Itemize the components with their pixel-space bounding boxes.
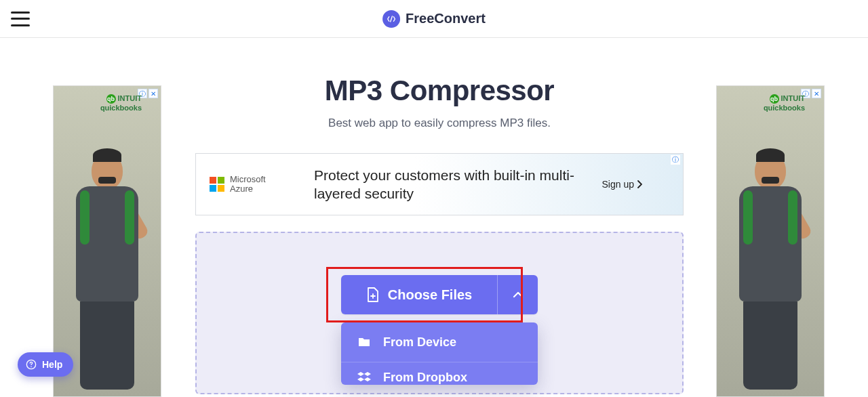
choose-files-group: Choose Files From Device — [341, 275, 538, 385]
ad-message: Protect your customers with built-in mul… — [298, 166, 602, 203]
site-logo[interactable]: FreeConvert — [382, 10, 486, 28]
choose-files-dropdown-toggle[interactable] — [497, 275, 538, 314]
choose-files-button[interactable]: Choose Files — [341, 275, 497, 314]
convert-logo-icon — [382, 10, 400, 28]
page-subtitle: Best web app to easily compress MP3 file… — [190, 117, 689, 130]
help-circle-icon — [26, 359, 37, 370]
ad-illustration — [726, 152, 814, 396]
file-add-icon — [366, 287, 380, 303]
chevron-right-icon — [637, 180, 642, 188]
ad-brand-label: qbINTUIT quickbooks — [100, 94, 142, 112]
chevron-up-icon — [513, 291, 524, 298]
choose-files-dropdown: From Device From Dropbox — [341, 322, 538, 385]
menu-hamburger-icon[interactable] — [11, 12, 30, 26]
dropbox-icon — [357, 371, 371, 383]
inline-banner-ad[interactable]: ⓘ MicrosoftAzure Protect your customers … — [195, 153, 684, 215]
ad-signup-link[interactable]: Sign up — [602, 179, 669, 190]
site-header: FreeConvert — [0, 0, 868, 38]
ad-brand-label: qbINTUIT quickbooks — [764, 94, 805, 112]
brand-bold: Free — [406, 11, 434, 26]
ad-provider-logo: MicrosoftAzure — [210, 175, 298, 194]
microsoft-logo-icon — [210, 177, 224, 192]
page-title: MP3 Compressor — [190, 75, 689, 107]
dropdown-item-from-device[interactable]: From Device — [341, 322, 538, 362]
ad-info-icon[interactable]: ⓘ — [671, 155, 680, 165]
dropdown-item-from-dropbox[interactable]: From Dropbox — [341, 362, 538, 385]
help-button[interactable]: Help — [18, 352, 73, 377]
ad-close-icon[interactable]: ✕ — [812, 89, 821, 98]
file-dropzone[interactable]: Choose Files From Device — [195, 232, 684, 394]
center-column: MP3 Compressor Best web app to easily co… — [190, 38, 689, 397]
right-sidebar-ad[interactable]: ⓘ ✕ qbINTUIT quickbooks — [716, 85, 825, 397]
main-area: ⓘ ✕ qbINTUIT quickbooks ⓘ ✕ qbINTUIT qui… — [0, 38, 868, 397]
svg-point-1 — [31, 367, 32, 368]
ad-close-icon[interactable]: ✕ — [149, 89, 158, 98]
left-sidebar-ad[interactable]: ⓘ ✕ qbINTUIT quickbooks — [53, 85, 161, 397]
brand-light: Convert — [434, 11, 486, 26]
folder-icon — [357, 336, 371, 348]
ad-illustration — [63, 152, 151, 396]
